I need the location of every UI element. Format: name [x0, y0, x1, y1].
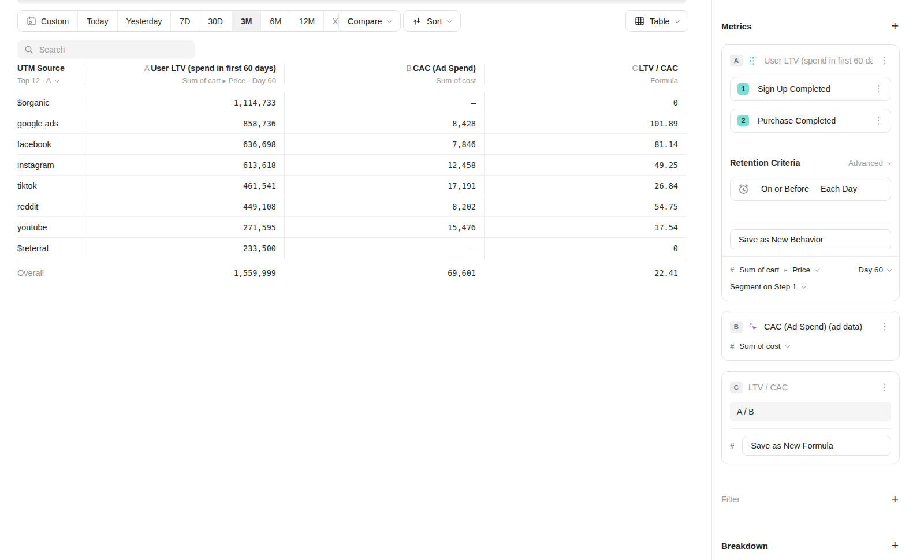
filter-section-title: Filter [721, 495, 740, 504]
retention-criteria-selector[interactable]: On or Before Each Day [730, 177, 891, 201]
add-metric-button[interactable]: + [890, 20, 900, 32]
add-breakdown-button[interactable]: + [890, 539, 900, 552]
step-event-label: Sign Up Completed [758, 84, 863, 94]
cell-value: 17,191 [284, 176, 484, 196]
add-filter-button[interactable]: + [890, 493, 900, 506]
aggregation-dropdown[interactable]: Sum of cost [739, 342, 780, 350]
step-number-badge: 2 [737, 115, 749, 126]
cell-value: 81.14 [484, 134, 686, 154]
metric-title[interactable]: CAC (Ad Spend) (ad data) [764, 322, 873, 331]
row-label[interactable]: instagram [17, 155, 84, 175]
table-grid-icon [635, 16, 644, 26]
cell-value: 613,618 [84, 155, 284, 175]
table-row: $organic 1,114,733 – 0 [17, 92, 686, 113]
range-6m-button[interactable]: 6M [260, 11, 289, 31]
numeric-property-icon: # [730, 442, 734, 450]
range-yesterday-button[interactable]: Yesterday [117, 11, 171, 31]
search-icon [24, 45, 33, 54]
sort-arrows-icon [412, 17, 422, 26]
step-1-event[interactable]: 1 Sign Up Completed ⋮ [730, 77, 891, 101]
chevron-down-icon [386, 17, 392, 23]
numeric-property-icon: # [730, 342, 734, 350]
step-2-event[interactable]: 2 Purchase Completed ⋮ [730, 109, 891, 133]
chevron-down-icon [801, 283, 806, 288]
kebab-menu-icon[interactable]: ⋮ [872, 83, 885, 95]
column-header-metric-b[interactable]: BCAC (Ad Spend) Sum of cost [284, 64, 484, 85]
row-label[interactable]: $organic [17, 92, 84, 113]
row-label[interactable]: reddit [17, 196, 84, 216]
row-label[interactable]: google ads [17, 113, 84, 133]
row-label[interactable]: tiktok [17, 176, 84, 196]
cell-value: 8,428 [284, 113, 484, 133]
table-row: reddit 449,108 8,202 54.75 [17, 196, 686, 217]
segment-on-step-dropdown[interactable]: Segment on Step 1 [730, 282, 797, 291]
compare-button[interactable]: Compare [338, 10, 401, 32]
cell-value: 8,202 [284, 196, 484, 216]
chevron-down-icon [887, 159, 892, 164]
range-12m-button[interactable]: 12M [290, 11, 323, 31]
save-as-new-formula-button[interactable]: Save as New Formula [742, 436, 891, 456]
cell-value: 17.54 [484, 217, 686, 237]
cell-value: 0 [484, 238, 686, 259]
cell-value: 449,108 [84, 196, 284, 216]
table-body: $organic 1,114,733 – 0 google ads 858,73… [17, 92, 686, 259]
column-header-utm-source[interactable]: UTM Source Top 12 · A [17, 64, 84, 85]
criteria-timing-label: On or Before [761, 184, 809, 193]
cell-value: 101.89 [484, 113, 686, 133]
view-selector-button[interactable]: Table [625, 10, 688, 32]
overall-value: 1,559,999 [84, 259, 284, 286]
metric-b-card: B CAC (Ad Spend) (ad data) ⋮ [721, 311, 900, 361]
chevron-down-icon [887, 267, 892, 271]
table-row: instagram 613,618 12,458 49.25 [17, 155, 686, 176]
analytics-report-page: Custom Today Yesterday 7D 30D 3M 6M 12M … [0, 0, 924, 560]
row-label[interactable]: facebook [17, 134, 84, 154]
alarm-clock-icon [737, 183, 750, 195]
row-label[interactable]: $referral [17, 238, 84, 259]
range-7d-button[interactable]: 7D [170, 11, 199, 31]
chevron-down-icon [785, 343, 789, 348]
range-custom-button[interactable]: Custom [18, 11, 77, 31]
cell-value: 271,595 [84, 217, 284, 237]
divider [730, 222, 891, 222]
kebab-menu-icon[interactable]: ⋮ [878, 382, 891, 393]
window-dropdown[interactable]: Day 60 [858, 266, 891, 274]
metric-title[interactable]: User LTV (spend in first 60 da... [764, 56, 873, 65]
magic-event-icon [748, 322, 758, 332]
calendar-icon [27, 16, 36, 26]
step-number-badge: 1 [737, 83, 749, 95]
cell-value: 233,500 [84, 238, 284, 259]
criteria-interval-label: Each Day [821, 184, 857, 193]
range-30d-button[interactable]: 30D [199, 11, 232, 31]
cell-value: 49.25 [484, 155, 686, 175]
formula-input[interactable] [730, 402, 891, 421]
sort-button[interactable]: Sort [403, 10, 461, 32]
aggregation-property-dropdown[interactable]: Price [792, 266, 810, 274]
range-today-button[interactable]: Today [77, 11, 117, 31]
save-as-new-behavior-button[interactable]: Save as New Behavior [730, 229, 891, 249]
kebab-menu-icon[interactable]: ⋮ [872, 115, 885, 126]
metric-letter-badge: C [730, 382, 743, 393]
column-header-metric-a[interactable]: AUser LTV (spend in first 60 days) Sum o… [84, 64, 284, 85]
cell-value: 0 [484, 92, 686, 113]
metric-a-footer: # Sum of cart ▸ Price Day 60 Segment on … [722, 256, 899, 301]
row-label[interactable]: youtube [17, 217, 84, 237]
search-input[interactable] [39, 45, 188, 54]
cell-value: 12,458 [284, 155, 484, 175]
range-label: Custom [41, 17, 69, 26]
retention-criteria-title: Retention Criteria [730, 158, 800, 167]
chevron-down-icon [54, 77, 59, 82]
breakdown-table: UTM Source Top 12 · A AUser LTV (spend i… [17, 64, 686, 286]
range-3m-button[interactable]: 3M [232, 11, 260, 31]
metric-letter-badge: B [730, 321, 743, 333]
metric-title[interactable]: LTV / CAC [748, 383, 873, 392]
cell-value: – [284, 92, 484, 113]
retention-mode-dropdown[interactable]: Advanced [848, 159, 891, 167]
metric-a-card: A User LTV (spend in first 60 da... ⋮ [721, 44, 900, 301]
property-arrow-icon: ▸ [784, 267, 787, 273]
kebab-menu-icon[interactable]: ⋮ [878, 321, 891, 333]
table-row: tiktok 461,541 17,191 26.84 [17, 176, 686, 196]
kebab-menu-icon[interactable]: ⋮ [878, 55, 891, 66]
column-header-metric-c[interactable]: CLTV / CAC Formula [484, 64, 686, 85]
aggregation-dropdown[interactable]: Sum of cart [739, 266, 779, 274]
cell-value: 26.84 [484, 176, 686, 196]
